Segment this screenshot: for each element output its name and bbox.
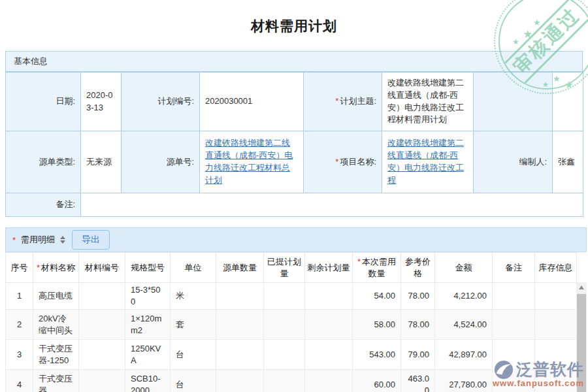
table-cell: 3 — [6, 340, 33, 370]
header-cell: *材料名称 — [33, 253, 79, 283]
header-cell: 序号 — [6, 253, 33, 283]
project-doc-link[interactable]: 改建铁路线增建第二线直通线（成都-西安）电力线路迁改工程 — [387, 138, 464, 185]
table-cell: 79.00 — [401, 340, 435, 370]
table-cell — [216, 370, 264, 392]
table-cell: 54.00 — [353, 283, 401, 310]
details-table: 序号*材料名称材料编号规格型号单位源单数量已提计划量剩余计划量*本次需用数量参考… — [5, 252, 577, 392]
table-row: 220kV冷缩中间头1×120mm2套58.0078.004,524.00 — [6, 310, 577, 340]
header-cell: *本次需用数量 — [353, 253, 401, 283]
table-cell: 27,780.00 — [435, 370, 493, 392]
basic-info-table: 日期: 2020-03-13 计划编号: 2020030001 *计划主题: 改… — [5, 72, 583, 217]
table-cell: 4 — [6, 370, 33, 392]
export-button[interactable]: 导出 — [72, 230, 110, 250]
source-no-label: 源单号: — [122, 131, 200, 193]
empty-label-cell — [474, 73, 553, 131]
subject-value: 改建铁路线增建第二线直通线（成都-西安）电力线路迁改工程材料需用计划 — [382, 73, 474, 131]
table-cell: 高压电缆 — [33, 283, 79, 310]
table-cell — [216, 310, 264, 340]
table-cell: 20kV冷缩中间头 — [33, 310, 79, 340]
vendor-url: www.fanpusoft.com — [493, 378, 584, 388]
remark-value — [81, 193, 583, 217]
table-cell: 台 — [171, 370, 216, 392]
vendor-name: 泛普软件 — [516, 359, 584, 380]
table-cell — [216, 340, 264, 370]
details-toolbar: * 需用明细 导出 — [5, 227, 587, 252]
table-cell: 1250KVA — [125, 340, 171, 370]
table-cell — [264, 310, 305, 340]
table-cell — [79, 283, 125, 310]
date-value: 2020-03-13 — [81, 73, 122, 131]
plan-no-label: 计划编号: — [122, 73, 200, 131]
source-no-value: 改建铁路线增建第二线直通线（成都-西安）电力线路迁改工程材料总计划 — [200, 131, 304, 193]
project-value: 改建铁路线增建第二线直通线（成都-西安）电力线路迁改工程 — [382, 131, 474, 193]
required-asterisk: * — [335, 157, 338, 167]
plan-no-value: 2020030001 — [200, 73, 304, 131]
table-cell — [305, 310, 353, 340]
basic-info-section: 基本信息 日期: 2020-03-13 计划编号: 2020030001 *计划… — [5, 51, 583, 217]
table-row: 4干式变压器SCB10-2000台60.00463.0027,780.00 — [6, 370, 577, 392]
table-cell — [305, 340, 353, 370]
scrollbar-up-arrow-icon[interactable] — [579, 286, 584, 289]
table-cell — [79, 310, 125, 340]
table-cell — [79, 370, 125, 392]
header-cell: 材料编号 — [79, 253, 125, 283]
required-asterisk: * — [335, 96, 338, 106]
remark-label: 备注: — [6, 193, 81, 217]
header-cell: 库存信息 — [535, 253, 577, 283]
table-cell: 干式变压器-1250 — [33, 340, 79, 370]
header-cell: 已提计划量 — [264, 253, 305, 283]
header-cell: 参考价格 — [401, 253, 435, 283]
star-icon: ★ — [512, 38, 519, 46]
table-cell — [493, 283, 535, 310]
page: 材料需用计划 审核通过 ★ ★ ★ ★ ★ ★ 基本信息 日期: 2020-03… — [0, 0, 588, 392]
compiler-label: 编制人: — [474, 131, 553, 193]
required-asterisk: * — [12, 235, 16, 245]
vendor-watermark: 泛普软件 www.fanpusoft.com — [493, 359, 584, 388]
table-cell — [79, 340, 125, 370]
details-header-row: 序号*材料名称材料编号规格型号单位源单数量已提计划量剩余计划量*本次需用数量参考… — [6, 253, 577, 283]
table-cell: 台 — [171, 340, 216, 370]
table-cell: 543.00 — [353, 340, 401, 370]
table-cell: 4,524.00 — [435, 310, 493, 340]
table-cell: 60.00 — [353, 370, 401, 392]
table-cell: SCB10-2000 — [125, 370, 171, 392]
source-type-value: 无来源 — [81, 131, 122, 193]
compiler-value: 张鑫 — [553, 131, 583, 193]
table-cell: 42,897.00 — [435, 340, 493, 370]
table-cell: 干式变压器 — [33, 370, 79, 392]
table-cell: 2 — [6, 310, 33, 340]
table-cell — [305, 283, 353, 310]
table-cell — [264, 340, 305, 370]
source-type-label: 源单类型: — [6, 131, 81, 193]
table-cell — [535, 310, 577, 340]
header-cell: 单位 — [171, 253, 216, 283]
table-cell: 15-3*500 — [125, 283, 171, 310]
source-doc-link[interactable]: 改建铁路线增建第二线直通线（成都-西安）电力线路迁改工程材料总计划 — [205, 138, 293, 185]
vendor-logo-icon — [494, 360, 514, 380]
basic-info-header: 基本信息 — [5, 51, 583, 72]
header-cell: 规格型号 — [125, 253, 171, 283]
empty-value-cell — [553, 73, 583, 131]
table-cell — [305, 370, 353, 392]
table-cell — [264, 283, 305, 310]
subject-label: *计划主题: — [304, 73, 382, 131]
table-row: 3干式变压器-12501250KVA台543.0079.0042,897.00 — [6, 340, 577, 370]
header-cell: 剩余计划量 — [305, 253, 353, 283]
table-cell: 78.00 — [401, 283, 435, 310]
table-cell — [493, 310, 535, 340]
table-row: 1高压电缆15-3*500米54.0078.004,212.00 — [6, 283, 577, 310]
header-cell: 源单数量 — [216, 253, 264, 283]
page-title: 材料需用计划 — [0, 17, 588, 35]
table-cell: 58.00 — [353, 310, 401, 340]
date-label: 日期: — [6, 73, 81, 131]
header-cell: 备注 — [493, 253, 535, 283]
table-cell — [216, 283, 264, 310]
table-cell: 463.00 — [401, 370, 435, 392]
project-label: *项目名称: — [304, 131, 382, 193]
table-cell — [535, 283, 577, 310]
table-cell: 78.00 — [401, 310, 435, 340]
sort-toggle-icon[interactable] — [60, 236, 65, 244]
details-section-title: 需用明细 — [21, 234, 55, 246]
table-cell: 套 — [171, 310, 216, 340]
table-cell: 4,212.00 — [435, 283, 493, 310]
